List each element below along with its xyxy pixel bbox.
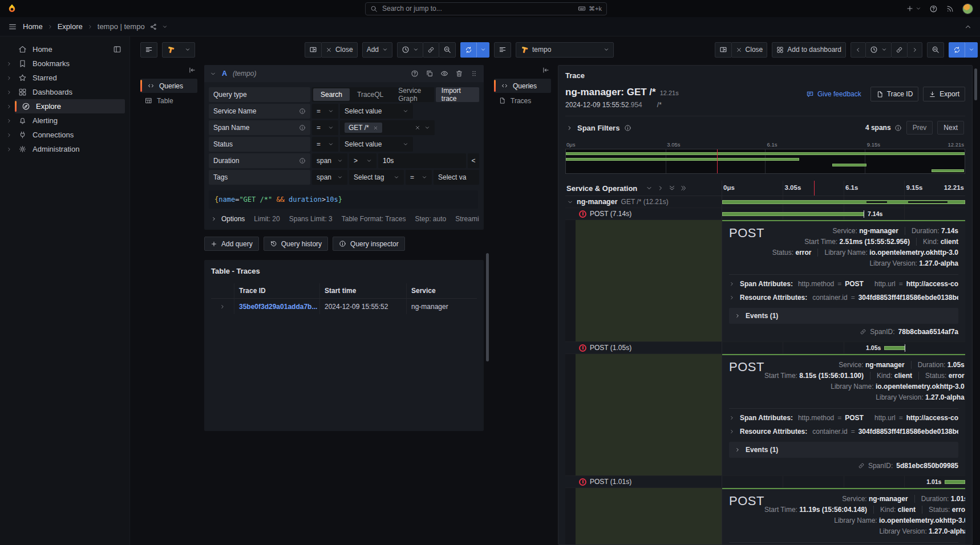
link-icon[interactable] [858, 462, 865, 469]
collapse-all-icon[interactable] [669, 185, 675, 192]
split-button[interactable] [305, 42, 322, 58]
sidebar-item-starred[interactable]: Starred [3, 71, 125, 85]
sidebar-item-dashboards[interactable]: Dashboards [3, 85, 125, 99]
duration-value-input[interactable] [383, 157, 461, 165]
drag-handle-icon[interactable] [470, 70, 478, 78]
subnav-item-traces[interactable]: Traces [494, 93, 551, 108]
collapse-sidebar-icon[interactable] [188, 66, 196, 74]
news-button[interactable] [946, 5, 954, 13]
time-back-button[interactable] [851, 42, 866, 58]
span-bar[interactable] [722, 212, 864, 216]
span-attributes-row[interactable]: Span Attributes: http.method=POST http.u… [729, 411, 958, 425]
add-to-dashboard-button[interactable]: Add to dashboard [772, 42, 846, 58]
span-name-operator-select[interactable]: = [312, 120, 338, 135]
col-header-start-time[interactable]: Start time [319, 283, 406, 299]
query-options-row[interactable]: Options Limit: 20 Spans Limit: 3 Table F… [209, 209, 479, 225]
hide-query-icon[interactable] [440, 70, 448, 78]
scrollbar-thumb[interactable] [974, 68, 977, 100]
subnav-item-queries[interactable]: Queries [140, 79, 197, 93]
sidebar-item-administration[interactable]: Administration [3, 142, 125, 156]
status-operator-select[interactable]: = [312, 137, 338, 152]
copy-link-button[interactable] [891, 42, 908, 58]
clear-icon[interactable] [415, 125, 420, 131]
span-filters-toggle[interactable]: Span Filters [566, 124, 631, 132]
duration-operator-select[interactable]: > [349, 153, 376, 168]
expand-all-icon[interactable] [680, 185, 687, 192]
span-bar[interactable] [722, 200, 965, 204]
status-value-select[interactable]: Select value [340, 137, 413, 152]
prev-span-button[interactable]: Prev [906, 121, 933, 135]
time-range-button[interactable] [865, 42, 892, 58]
time-forward-button[interactable] [907, 42, 922, 58]
span-name-value-select[interactable]: GET /* [340, 120, 435, 135]
trace-id-button[interactable]: Trace ID [870, 87, 919, 101]
query-rows-button[interactable] [494, 42, 511, 58]
chevron-right-icon[interactable] [6, 75, 12, 81]
search-box[interactable]: ⌘+k [365, 2, 607, 15]
run-query-button[interactable] [949, 42, 978, 58]
minimap-canvas[interactable] [565, 149, 965, 174]
col-header-trace-id[interactable]: Trace ID [234, 283, 319, 299]
grafana-logo-icon[interactable] [7, 3, 17, 14]
zoom-out-button[interactable] [927, 42, 944, 58]
chevron-right-icon[interactable] [6, 104, 12, 109]
search-input[interactable] [382, 5, 573, 13]
chevron-right-icon[interactable] [6, 118, 12, 124]
tags-scope-select[interactable]: span [312, 170, 347, 185]
tab-traceql[interactable]: TraceQL [350, 88, 391, 101]
query-help-icon[interactable] [411, 70, 419, 78]
sidebar-item-alerting[interactable]: Alerting [3, 113, 125, 128]
query-history-button[interactable]: Query history [264, 237, 328, 251]
sidebar-item-explore[interactable]: Explore [3, 99, 125, 113]
chevron-right-icon[interactable] [6, 147, 12, 152]
chevron-right-icon[interactable] [6, 90, 12, 95]
time-range-button[interactable] [397, 42, 423, 58]
scrollbar-thumb[interactable] [486, 253, 489, 361]
chevron-down-icon[interactable] [162, 24, 168, 30]
tags-operator-select[interactable]: = [406, 170, 432, 185]
split-button[interactable] [715, 42, 732, 58]
delete-query-icon[interactable] [455, 70, 463, 78]
tab-service-graph[interactable]: Service Graph [391, 88, 433, 101]
new-button[interactable] [906, 5, 921, 13]
span-row-root[interactable]: ng-manager GET /* (12.21s) [565, 196, 965, 208]
run-query-button[interactable] [460, 42, 489, 58]
collapse-query-icon[interactable] [210, 71, 216, 77]
chevron-right-icon[interactable] [6, 61, 12, 67]
collapse-span-icon[interactable] [567, 199, 573, 205]
query-rows-button[interactable] [140, 42, 157, 58]
datasource-picker[interactable] [162, 42, 195, 58]
import-trace-button[interactable]: Import trace [436, 87, 479, 102]
resource-attributes-row[interactable]: Resource Attributes: container.id=304fd8… [729, 291, 958, 304]
span-row-post-3[interactable]: POST (1.01s) 1.01s [565, 476, 965, 488]
service-name-operator-select[interactable]: = [312, 104, 338, 119]
tab-search[interactable]: Search [313, 88, 350, 101]
next-span-button[interactable]: Next [937, 121, 964, 135]
expand-one-icon[interactable] [657, 185, 664, 192]
collapse-one-icon[interactable] [646, 185, 653, 192]
tags-value-select[interactable]: Select va [434, 170, 479, 185]
duplicate-query-icon[interactable] [426, 70, 434, 78]
copy-link-button[interactable] [423, 42, 439, 58]
zoom-out-button[interactable] [439, 42, 456, 58]
subnav-item-table[interactable]: Table [140, 93, 197, 108]
share-icon[interactable] [149, 23, 157, 31]
resource-attributes-row[interactable]: Resource Attributes: container.id=304fd8… [729, 425, 958, 438]
query-inspector-button[interactable]: Query inspector [333, 237, 405, 251]
add-button[interactable]: Add [362, 42, 392, 58]
row-expander[interactable] [211, 299, 234, 314]
export-button[interactable]: Export [923, 87, 965, 101]
collapse-sidebar-icon[interactable] [542, 66, 550, 74]
dock-menu-icon[interactable] [113, 45, 125, 54]
trace-id-link[interactable]: 35be0f3d29a01adda7b... [239, 303, 317, 311]
events-toggle[interactable]: Events (1) [729, 308, 958, 324]
span-bar[interactable] [945, 480, 965, 484]
mega-menu-icon[interactable] [8, 22, 17, 31]
link-icon[interactable] [860, 328, 866, 335]
span-bar[interactable] [884, 346, 905, 350]
close-pane-button[interactable]: Close [731, 42, 768, 58]
sidebar-item-bookmarks[interactable]: Bookmarks [3, 56, 125, 71]
chevron-right-icon[interactable] [6, 132, 12, 138]
collapse-header-icon[interactable] [964, 23, 972, 31]
span-row-post-2[interactable]: POST (1.05s) 1.05s [565, 342, 965, 354]
